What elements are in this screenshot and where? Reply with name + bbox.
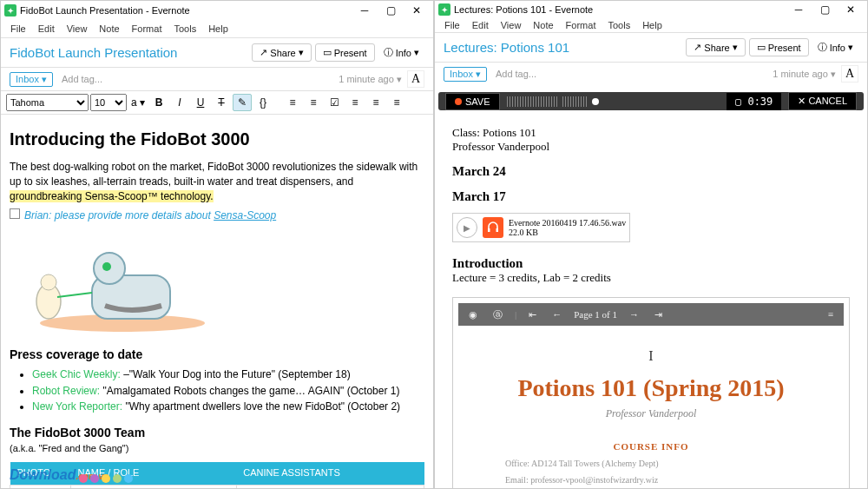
titlebar-right: ✦ Lectures: Potions 101 - Evernote ─ ▢ ✕ bbox=[435, 1, 867, 18]
note-body[interactable]: Class: Potions 101 Professor Vanderpool … bbox=[435, 117, 867, 489]
first-page-button[interactable]: ⇤ bbox=[525, 309, 540, 320]
preview-icon[interactable]: ◉ bbox=[465, 309, 481, 320]
header-actions: ↗ Share ▾ ▭ Present ⓘ Info ▾ bbox=[686, 38, 858, 56]
outdent-button[interactable]: ≡ bbox=[366, 94, 385, 111]
share-button[interactable]: ↗ Share ▾ bbox=[686, 38, 745, 56]
menu-view[interactable]: View bbox=[61, 22, 94, 36]
italic-button[interactable]: I bbox=[170, 94, 189, 111]
press-list: Geek Chic Weekly: –"Walk Your Dog into t… bbox=[32, 367, 424, 414]
attachment-size: 22.0 KB bbox=[509, 228, 626, 237]
pdf-page: I Potions 101 (Spring 2015) Professor Va… bbox=[453, 331, 849, 489]
minimize-button[interactable]: ─ bbox=[352, 2, 378, 19]
bullet-list-button[interactable]: ≡ bbox=[283, 94, 302, 111]
list-item: New York Reporter: "Why apartment dwelle… bbox=[32, 400, 424, 414]
notebook-selector[interactable]: Inbox ▾ bbox=[10, 72, 53, 87]
headphones-icon bbox=[483, 217, 503, 238]
close-button[interactable]: ✕ bbox=[838, 1, 864, 18]
intro-text: Lecture = 3 credits, Lab = 2 credits bbox=[452, 271, 850, 285]
font-family-select[interactable]: Tahoma bbox=[6, 94, 89, 111]
code-block-button[interactable]: {} bbox=[253, 94, 273, 111]
pdf-title: Potions 101 (Spring 2015) bbox=[479, 374, 823, 402]
svg-rect-7 bbox=[488, 228, 490, 232]
add-tag-input[interactable]: Add tag... bbox=[496, 69, 536, 79]
waveform-display[interactable] bbox=[507, 93, 720, 110]
menu-help[interactable]: Help bbox=[636, 18, 668, 32]
present-button[interactable]: ▭ Present bbox=[749, 38, 809, 56]
save-recording-button[interactable]: SAVE bbox=[445, 93, 500, 110]
course-info-heading: COURSE INFO bbox=[479, 441, 823, 452]
numbered-list-button[interactable]: ≡ bbox=[304, 94, 323, 111]
audio-attachment[interactable]: ▶ Evernote 20160419 17.46.56.wav 22.0 KB bbox=[452, 213, 630, 242]
font-size-select[interactable]: 10 bbox=[90, 94, 127, 111]
add-tag-input[interactable]: Add tag... bbox=[62, 74, 102, 84]
menubar-right: File Edit View Note Format Tools Help bbox=[435, 18, 867, 32]
close-button[interactable]: ✕ bbox=[404, 2, 430, 19]
menu-tools[interactable]: Tools bbox=[602, 18, 636, 32]
intro-paragraph: The best dog-walking robot on the market… bbox=[10, 160, 424, 203]
pdf-subtitle: Professor Vanderpool bbox=[479, 407, 823, 420]
menu-file[interactable]: File bbox=[4, 22, 32, 36]
formatting-toolbar: Tahoma 10 a ▾ B I U T ✎ {} ≡ ≡ ☑ ≡ ≡ ≡ bbox=[1, 90, 433, 115]
menu-format[interactable]: Format bbox=[560, 18, 602, 32]
menu-file[interactable]: File bbox=[438, 18, 466, 32]
note-header: FidoBot Launch Presentation ↗ Share ▾ ▭ … bbox=[1, 37, 433, 68]
info-button[interactable]: ⓘ Info ▾ bbox=[378, 43, 424, 62]
page-indicator: Page 1 of 1 bbox=[574, 309, 617, 320]
note-title[interactable]: Lectures: Potions 101 bbox=[444, 40, 686, 55]
menu-note[interactable]: Note bbox=[93, 22, 125, 36]
share-button[interactable]: ↗ Share ▾ bbox=[252, 43, 311, 62]
menu-tools[interactable]: Tools bbox=[168, 22, 202, 36]
checklist-button[interactable]: ☑ bbox=[325, 94, 344, 111]
window-potions: ✦ Lectures: Potions 101 - Evernote ─ ▢ ✕… bbox=[434, 0, 868, 489]
last-page-button[interactable]: ⇥ bbox=[651, 309, 666, 320]
menu-help[interactable]: Help bbox=[202, 22, 234, 36]
maximize-button[interactable]: ▢ bbox=[378, 2, 404, 19]
annotate-icon[interactable]: ⓐ bbox=[490, 308, 506, 321]
timestamp: 1 minute ago ▾ bbox=[773, 69, 836, 80]
format-panel-toggle[interactable]: A bbox=[407, 70, 424, 88]
menu-view[interactable]: View bbox=[495, 18, 528, 32]
todo-item: Brian: please provide more details about… bbox=[10, 207, 424, 223]
checkbox[interactable] bbox=[10, 208, 20, 219]
professor-line: Professor Vanderpool bbox=[452, 140, 850, 154]
course-office: Office: AD124 Tall Towers (Alchemy Dept) bbox=[479, 459, 823, 468]
attachment-info: Evernote 20160419 17.46.56.wav 22.0 KB bbox=[509, 218, 626, 237]
menu-edit[interactable]: Edit bbox=[32, 22, 61, 36]
maximize-button[interactable]: ▢ bbox=[812, 1, 838, 18]
pdf-toolbar: ◉ ⓐ | ⇤ ← Page 1 of 1 → ⇥ ≡ bbox=[458, 303, 844, 326]
next-page-button[interactable]: → bbox=[626, 309, 642, 320]
play-button[interactable]: ▶ bbox=[457, 217, 477, 238]
team-heading: The FidoBot 3000 Team bbox=[10, 425, 424, 442]
comment-text: Brian: please provide more details about… bbox=[24, 208, 276, 223]
strikethrough-button[interactable]: T bbox=[212, 94, 231, 111]
menu-format[interactable]: Format bbox=[126, 22, 168, 36]
pdf-menu-button[interactable]: ≡ bbox=[825, 309, 837, 320]
indent-button[interactable]: ≡ bbox=[387, 94, 406, 111]
color-dots bbox=[79, 474, 133, 483]
align-left-button[interactable]: ≡ bbox=[345, 94, 365, 111]
info-button[interactable]: ⓘ Info ▾ bbox=[812, 38, 858, 56]
present-button[interactable]: ▭ Present bbox=[315, 43, 375, 62]
minimize-button[interactable]: ─ bbox=[786, 1, 812, 18]
window-fidobot: ✦ FidoBot Launch Presentation - Evernote… bbox=[0, 0, 434, 489]
note-title[interactable]: FidoBot Launch Presentation bbox=[10, 45, 252, 60]
highlighted-text: groundbreaking Sensa-Scoop™ technology. bbox=[10, 190, 214, 202]
menu-edit[interactable]: Edit bbox=[466, 18, 495, 32]
press-heading: Press coverage to date bbox=[10, 347, 424, 364]
highlight-button[interactable]: ✎ bbox=[233, 94, 252, 111]
menu-note[interactable]: Note bbox=[527, 18, 559, 32]
prev-page-button[interactable]: ← bbox=[549, 309, 565, 320]
underline-button[interactable]: U bbox=[191, 94, 210, 111]
font-color-button[interactable]: a ▾ bbox=[128, 94, 148, 111]
cancel-recording-button[interactable]: ✕ CANCEL bbox=[788, 92, 857, 110]
svg-point-3 bbox=[102, 262, 111, 271]
date-heading: March 24 bbox=[452, 164, 850, 179]
evernote-icon: ✦ bbox=[4, 4, 16, 17]
note-header: Lectures: Potions 101 ↗ Share ▾ ▭ Presen… bbox=[435, 32, 867, 63]
header-actions: ↗ Share ▾ ▭ Present ⓘ Info ▾ bbox=[252, 43, 424, 62]
evernote-icon: ✦ bbox=[438, 3, 450, 16]
format-panel-toggle[interactable]: A bbox=[841, 65, 858, 83]
note-body[interactable]: Introducing the FidoBot 3000 The best do… bbox=[1, 115, 433, 488]
bold-button[interactable]: B bbox=[149, 94, 168, 111]
notebook-selector[interactable]: Inbox ▾ bbox=[444, 67, 487, 82]
